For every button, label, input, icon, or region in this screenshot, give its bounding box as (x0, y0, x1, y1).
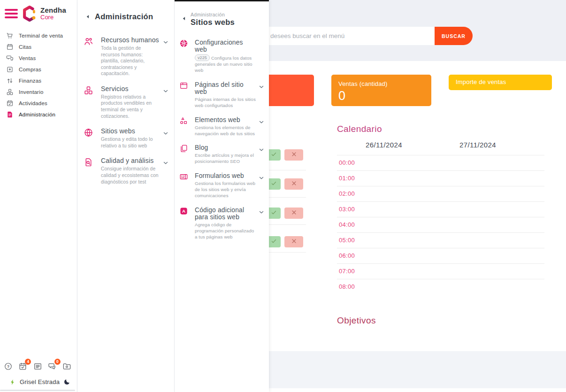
sidebar-item-label: Finanzas (19, 78, 41, 84)
calendar-row-0700[interactable]: 07:00 (337, 263, 544, 279)
stat-card-label: Ventas (cantidad) (338, 80, 424, 87)
item-title: Código adicional para sitios web (195, 207, 257, 221)
stat-card-value: 0 (338, 90, 424, 102)
brand-suffix: Core (40, 14, 66, 21)
sitios-webs-header: Administración Sitios webs (175, 1, 269, 27)
folder-gear-icon (62, 362, 71, 371)
footer-folder-gear-button[interactable] (62, 362, 71, 371)
admin-item-sitios-webs[interactable]: Sitios websGestiona y edita todo lo rela… (77, 127, 174, 149)
calendar-row-0800[interactable]: 08:00 (337, 279, 544, 289)
calendar-title: Calendario (337, 124, 382, 134)
sidebar-item-actividades[interactable]: Actividades (0, 98, 77, 109)
sidebar-item-label: Citas (19, 44, 31, 50)
sidebar-item-inventario[interactable]: Inventario (0, 86, 77, 98)
chat-sale-icon (6, 54, 14, 62)
time-label: 07:00 (337, 264, 355, 275)
item-title: Calidad y análisis (101, 157, 161, 164)
sidebar-item-label: Terminal de venta (19, 33, 63, 38)
chevron-down-icon (162, 88, 169, 94)
time-label: 01:00 (337, 171, 355, 182)
time-label: 06:00 (337, 248, 355, 259)
help-icon: ? (4, 362, 13, 371)
footer-chat-button[interactable]: 0 (48, 362, 57, 371)
back-arrow-icon[interactable] (182, 16, 187, 21)
user-name[interactable]: Grisel Estrada (16, 378, 63, 385)
reject-button[interactable] (284, 208, 303, 219)
chevron-down-icon (162, 39, 169, 46)
check-icon (270, 180, 277, 187)
code-a-icon: A (179, 207, 188, 215)
item-title: Páginas del sitio web (195, 81, 257, 95)
time-label: 03:00 (337, 202, 355, 213)
stat-card-label: Importe de ventas (456, 78, 545, 85)
close-icon (291, 180, 298, 187)
calendar-row-0500[interactable]: 05:00 (337, 232, 544, 248)
item-title: Elementos web (195, 116, 257, 123)
admin-item-servicios[interactable]: ServiciosRegistros relativos a productos… (77, 85, 174, 119)
calendar-row-0300[interactable]: 03:00 (337, 201, 544, 217)
footer-list-button[interactable] (33, 362, 42, 371)
item-description: Toda la gestión de recursos humanos: pla… (101, 45, 161, 77)
calendar-rows: 00:0001:0002:0003:0004:0005:0006:0007:00… (337, 155, 544, 289)
calendar-row-0200[interactable]: 02:00 (337, 186, 544, 201)
chevron-down-icon (258, 146, 265, 153)
calendar-date-column: 27/11/2024 (431, 141, 525, 149)
reject-button[interactable] (284, 149, 303, 161)
sitios-item-blog[interactable]: BlogEscribe artículos y mejora el posici… (175, 144, 269, 165)
sitios-item-formularios-web[interactable]: 12Formularios webGestiona los formulario… (175, 172, 269, 199)
close-icon (291, 151, 298, 158)
calendar-row-0000[interactable]: 00:00 (337, 155, 544, 170)
item-description: Gestiona los elementos de navegación web… (195, 125, 255, 136)
back-arrow-icon[interactable] (85, 14, 91, 19)
time-label: 00:00 (337, 155, 355, 166)
hamburger-menu-icon[interactable] (5, 7, 18, 20)
chevron-down-icon (258, 119, 265, 125)
item-title: Servicios (101, 85, 161, 92)
sidebar-footer: ?40 Grisel Estrada (0, 362, 77, 392)
admin-item-recursos-humanos[interactable]: Recursos humanosToda la gestión de recur… (77, 36, 174, 77)
reject-button[interactable] (284, 178, 303, 190)
svg-text:?: ? (7, 364, 9, 369)
main-sidebar: Zendha Core Terminal de ventaCitasVentas… (0, 0, 77, 392)
chevron-down-icon (162, 130, 169, 137)
admin-item-calidad-y-analisis[interactable]: Calidad y análisisConsigue información d… (77, 157, 174, 185)
cart-icon (6, 32, 14, 39)
search-button[interactable]: BUSCAR (435, 27, 473, 45)
sitios-item-configuraciones-web[interactable]: Configuraciones webv225Configura los dat… (175, 39, 269, 74)
sidebar-item-compras[interactable]: Compras (0, 64, 77, 75)
calendar-row-0100[interactable]: 01:00 (337, 170, 544, 186)
sidebar-nav: Terminal de ventaCitasVentasComprasFinan… (0, 26, 77, 120)
sitios-item-elementos-web[interactable]: Elementos webGestiona los elementos de n… (175, 116, 269, 137)
sidebar-item-ventas[interactable]: Ventas (0, 53, 77, 64)
item-title: Recursos humanos (101, 36, 161, 44)
calendar-check-icon (6, 100, 14, 107)
zendha-logo[interactable]: Zendha Core (22, 6, 66, 22)
brand-name: Zendha (40, 7, 66, 14)
horizontal-scrollbar[interactable] (0, 390, 75, 391)
footer-calendar-check-button[interactable]: 4 (18, 362, 27, 371)
calendar-row-0600[interactable]: 06:00 (337, 248, 544, 263)
sitios-item-paginas-del-sitio-web[interactable]: Páginas del sitio webPáginas internas de… (175, 81, 269, 109)
dark-mode-moon-icon[interactable] (63, 378, 70, 385)
pages-icon (179, 144, 188, 153)
reject-button[interactable] (284, 236, 303, 247)
footer-help-button[interactable]: ? (4, 362, 13, 371)
sidebar-item-terminal-de-venta[interactable]: Terminal de venta (0, 30, 77, 41)
list-icon (33, 362, 42, 371)
sidebar-item-label: Ventas (19, 55, 36, 61)
notification-badge: 4 (25, 359, 31, 365)
calendar-row-0400[interactable]: 04:00 (337, 217, 544, 232)
admin-panel-title: Administración (95, 12, 153, 21)
sidebar-header: Zendha Core (0, 0, 77, 26)
svg-text:12: 12 (181, 175, 185, 178)
brand-text: Zendha Core (40, 7, 66, 20)
sidebar-item-citas[interactable]: Citas (0, 41, 77, 53)
sidebar-item-finanzas[interactable]: Finanzas (0, 75, 77, 86)
item-title: Configuraciones web (195, 39, 257, 53)
close-icon (291, 209, 298, 216)
sitios-item-codigo-adicional-para-sitios-web[interactable]: ACódigo adicional para sitios webAgrega … (175, 207, 269, 240)
sidebar-item-administracion[interactable]: Administración (0, 109, 77, 120)
window-icon (179, 81, 188, 90)
item-title: Formularios web (195, 172, 257, 179)
item-title: Sitios webs (101, 127, 161, 135)
